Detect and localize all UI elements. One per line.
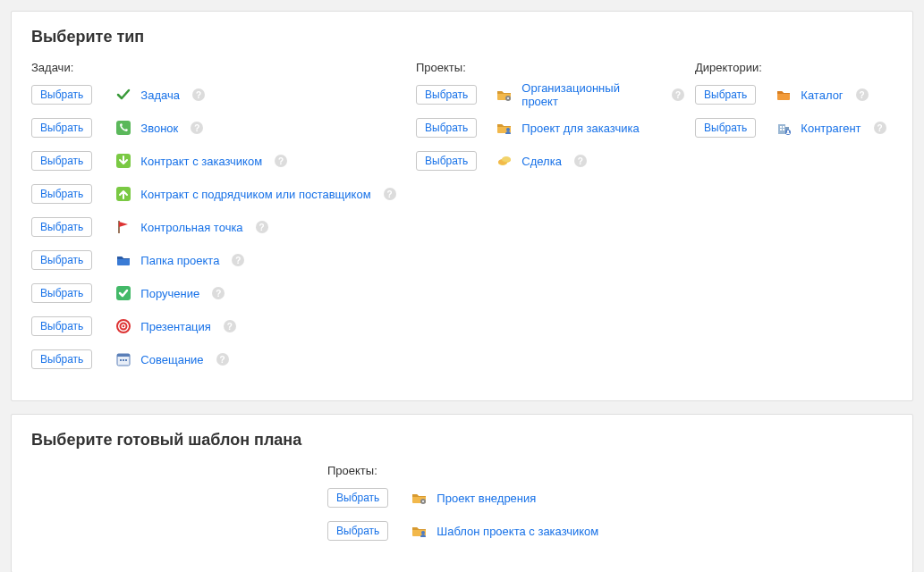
help-icon[interactable]: ? (224, 320, 236, 332)
select-button[interactable]: Выбрать (416, 118, 477, 138)
task-row: Выбрать Контрольная точка ? (31, 215, 405, 239)
task-link[interactable]: Презентация (140, 320, 211, 333)
template-columns: Проекты: Выбрать Проект внедрения Выбрат… (31, 464, 893, 543)
template-row: Выбрать Проект внедрения (327, 486, 649, 509)
building-icon (776, 120, 792, 136)
folder-gear-icon (496, 87, 513, 103)
task-row: Выбрать Контракт с подрядчиком или поста… (31, 182, 405, 206)
directory-link[interactable]: Каталог (801, 88, 843, 102)
help-icon[interactable]: ? (192, 88, 205, 101)
project-row: Выбрать Сделка ? (416, 149, 684, 172)
help-icon[interactable]: ? (275, 155, 287, 167)
help-icon[interactable]: ? (384, 188, 396, 200)
select-button[interactable]: Выбрать (31, 250, 92, 270)
select-button[interactable]: Выбрать (31, 283, 92, 303)
help-icon[interactable]: ? (212, 287, 225, 299)
projects-column: Проекты: Выбрать Организационный проект … (416, 61, 684, 381)
select-button[interactable]: Выбрать (31, 316, 92, 336)
type-columns: Задачи: Выбрать Задача ? Выбрать Звонок … (31, 61, 893, 381)
project-row: Выбрать Организационный проект ? (416, 83, 684, 106)
template-link[interactable]: Проект внедрения (437, 492, 536, 505)
select-button[interactable]: Выбрать (327, 488, 388, 508)
help-icon[interactable]: ? (232, 254, 244, 266)
directories-column: Директории: Выбрать Каталог ? Выбрать Ко… (695, 61, 893, 381)
folder-person-icon (496, 120, 513, 136)
project-link[interactable]: Организационный проект (521, 81, 659, 108)
folder-person-icon (411, 523, 428, 539)
task-row: Выбрать Поручение ? (31, 282, 405, 305)
select-button[interactable]: Выбрать (327, 521, 388, 541)
help-icon[interactable]: ? (856, 88, 869, 101)
select-button[interactable]: Выбрать (31, 217, 92, 237)
arrow-up-icon (115, 186, 131, 202)
help-icon[interactable]: ? (216, 353, 229, 366)
template-projects-column: Проекты: Выбрать Проект внедрения Выбрат… (327, 464, 649, 543)
select-button[interactable]: Выбрать (416, 85, 477, 105)
select-button[interactable]: Выбрать (31, 151, 92, 171)
select-button[interactable]: Выбрать (31, 349, 92, 369)
project-row: Выбрать Проект для заказчика (416, 116, 684, 139)
template-row: Выбрать Шаблон проекта с заказчиком (327, 519, 649, 543)
phone-icon (115, 120, 131, 136)
template-panel-title: Выберите готовый шаблон плана (31, 431, 893, 450)
select-button[interactable]: Выбрать (31, 118, 92, 138)
directory-row: Выбрать Контрагент ? (695, 116, 893, 139)
tasks-column: Задачи: Выбрать Задача ? Выбрать Звонок … (31, 61, 405, 381)
task-link[interactable]: Задача (140, 88, 180, 102)
calendar-icon (115, 351, 131, 367)
help-icon[interactable]: ? (256, 221, 268, 233)
select-button[interactable]: Выбрать (695, 85, 756, 105)
task-row: Выбрать Презентация ? (31, 315, 405, 338)
folder-orange-icon (776, 87, 792, 103)
check-icon (115, 87, 131, 103)
select-button[interactable]: Выбрать (31, 184, 92, 204)
tick-green-icon (115, 285, 131, 301)
projects-header: Проекты: (416, 61, 684, 74)
task-link[interactable]: Совещание (140, 353, 203, 366)
task-row: Выбрать Задача ? (31, 83, 405, 106)
help-icon[interactable]: ? (874, 122, 886, 134)
directory-link[interactable]: Контрагент (801, 122, 860, 135)
folder-gear-icon (411, 490, 428, 506)
task-link[interactable]: Контрольная точка (140, 221, 242, 234)
help-icon[interactable]: ? (574, 155, 587, 167)
coins-icon (496, 153, 513, 169)
task-link[interactable]: Контракт с заказчиком (140, 155, 262, 168)
select-button[interactable]: Выбрать (416, 151, 477, 171)
type-panel-title: Выберите тип (31, 28, 893, 46)
directory-row: Выбрать Каталог ? (695, 83, 893, 106)
project-link[interactable]: Сделка (521, 155, 562, 168)
template-projects-header: Проекты: (327, 464, 649, 477)
template-panel: Выберите готовый шаблон плана Проекты: В… (11, 414, 913, 572)
task-row: Выбрать Папка проекта ? (31, 248, 405, 272)
flag-icon (115, 219, 131, 235)
type-panel: Выберите тип Задачи: Выбрать Задача ? Вы… (11, 11, 913, 401)
folder-blue-icon (115, 252, 131, 268)
project-link[interactable]: Проект для заказчика (521, 122, 639, 135)
tasks-header: Задачи: (31, 61, 405, 74)
select-button[interactable]: Выбрать (695, 118, 756, 138)
task-link[interactable]: Звонок (140, 122, 178, 135)
help-icon[interactable]: ? (672, 88, 684, 101)
template-link[interactable]: Шаблон проекта с заказчиком (437, 525, 598, 538)
task-row: Выбрать Контракт с заказчиком ? (31, 149, 405, 172)
target-icon (115, 318, 131, 334)
task-row: Выбрать Совещание ? (31, 348, 405, 371)
directories-header: Директории: (695, 61, 893, 74)
task-link[interactable]: Контракт с подрядчиком или поставщиком (140, 188, 370, 201)
select-button[interactable]: Выбрать (31, 85, 92, 105)
help-icon[interactable]: ? (191, 122, 203, 134)
task-link[interactable]: Поручение (140, 287, 199, 300)
task-link[interactable]: Папка проекта (140, 254, 219, 267)
task-row: Выбрать Звонок ? (31, 116, 405, 139)
arrow-down-icon (115, 153, 131, 169)
